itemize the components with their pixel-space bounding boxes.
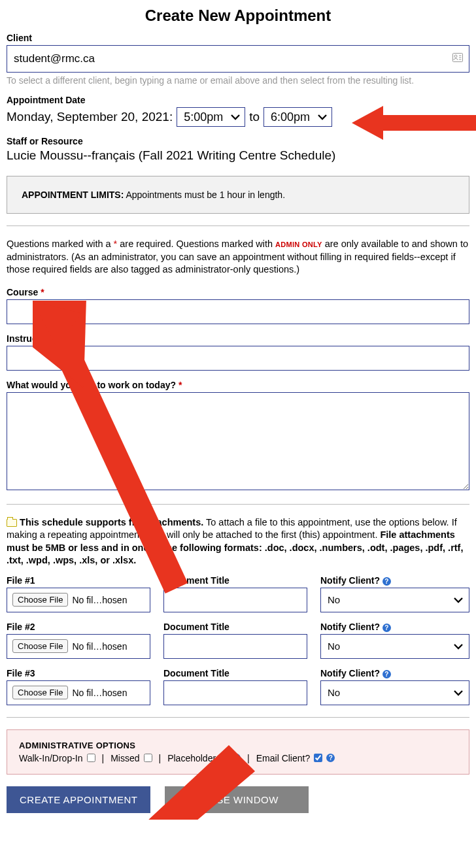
- start-time-select[interactable]: 5:00pm: [177, 107, 245, 127]
- missed-label: Missed: [110, 753, 139, 763]
- email-client-label: Email Client?: [256, 753, 310, 763]
- file1-status: No fil…hosen: [72, 595, 127, 605]
- work-label: What would you like to work on today? *: [7, 380, 469, 390]
- walkin-label: Walk-In/Drop-In: [19, 753, 83, 763]
- doc-title1-label: Document Title: [163, 575, 307, 586]
- file1-picker[interactable]: Choose File No fil…hosen: [7, 588, 150, 612]
- instructor-input[interactable]: [7, 346, 469, 371]
- separator: [7, 717, 469, 718]
- file2-status: No fil…hosen: [72, 641, 127, 652]
- svg-point-1: [454, 55, 457, 58]
- help-icon[interactable]: ?: [382, 624, 391, 632]
- missed-checkbox[interactable]: [144, 754, 152, 762]
- course-input[interactable]: [7, 299, 469, 324]
- help-icon[interactable]: ?: [326, 754, 335, 762]
- help-icon[interactable]: ?: [382, 577, 391, 586]
- contact-card-icon: [452, 53, 463, 65]
- doc-title2-input[interactable]: [163, 634, 307, 659]
- admin-options-title: ADMINISTRATIVE OPTIONS: [19, 741, 457, 750]
- separator: [7, 504, 469, 505]
- notify3-select[interactable]: No: [320, 680, 469, 705]
- client-input[interactable]: [7, 45, 469, 73]
- doc-title3-input[interactable]: [163, 680, 307, 705]
- admin-options-box: ADMINISTRATIVE OPTIONS Walk-In/Drop-In |…: [7, 729, 469, 775]
- date-text: Monday, September 20, 2021:: [7, 110, 173, 124]
- placeholder-checkbox[interactable]: [220, 754, 228, 762]
- notify3-label: Notify Client? ?: [320, 668, 469, 678]
- staff-value: Lucie Moussu--français (Fall 2021 Writin…: [7, 148, 469, 163]
- notify1-select[interactable]: No: [320, 588, 469, 612]
- file1-label: File #1: [7, 575, 150, 586]
- to-label: to: [249, 110, 260, 124]
- help-icon[interactable]: ?: [232, 754, 241, 762]
- doc-title3-label: Document Title: [163, 668, 307, 678]
- instructions-text: Questions marked with a * are required. …: [7, 238, 469, 276]
- email-client-checkbox[interactable]: [314, 754, 322, 762]
- file2-label: File #2: [7, 622, 150, 632]
- doc-title2-label: Document Title: [163, 622, 307, 632]
- file3-status: No fil…hosen: [72, 688, 127, 698]
- choose-file-button[interactable]: Choose File: [12, 639, 68, 653]
- file3-label: File #3: [7, 668, 150, 678]
- choose-file-button[interactable]: Choose File: [12, 593, 68, 607]
- placeholder-label: Placeholder: [167, 753, 216, 763]
- help-icon[interactable]: ?: [382, 670, 391, 678]
- end-time-select[interactable]: 6:00pm: [264, 107, 332, 127]
- course-label: Course *: [7, 287, 469, 297]
- work-textarea[interactable]: [7, 392, 469, 490]
- page-title: Create New Appointment: [7, 7, 469, 25]
- client-hint: To select a different client, begin typi…: [7, 75, 469, 86]
- date-label: Appointment Date: [7, 95, 469, 105]
- choose-file-button[interactable]: Choose File: [12, 686, 68, 699]
- create-appointment-button[interactable]: CREATE APPOINTMENT: [7, 786, 150, 813]
- file3-picker[interactable]: Choose File No fil…hosen: [7, 680, 150, 705]
- notify2-select[interactable]: No: [320, 634, 469, 659]
- folder-icon: [7, 519, 17, 527]
- instructor-label: Instructor *: [7, 333, 469, 344]
- separator: [7, 225, 469, 226]
- client-label: Client: [7, 33, 469, 43]
- attachments-intro: This schedule supports file attachments.…: [7, 516, 469, 567]
- notify1-label: Notify Client? ?: [320, 575, 469, 586]
- limits-box: APPOINTMENT LIMITS: Appointments must be…: [7, 176, 469, 214]
- file2-picker[interactable]: Choose File No fil…hosen: [7, 634, 150, 659]
- notify2-label: Notify Client? ?: [320, 622, 469, 632]
- walkin-checkbox[interactable]: [87, 754, 95, 762]
- close-window-button[interactable]: CLOSE WINDOW: [165, 786, 309, 813]
- staff-label: Staff or Resource: [7, 136, 469, 146]
- doc-title1-input[interactable]: [163, 588, 307, 612]
